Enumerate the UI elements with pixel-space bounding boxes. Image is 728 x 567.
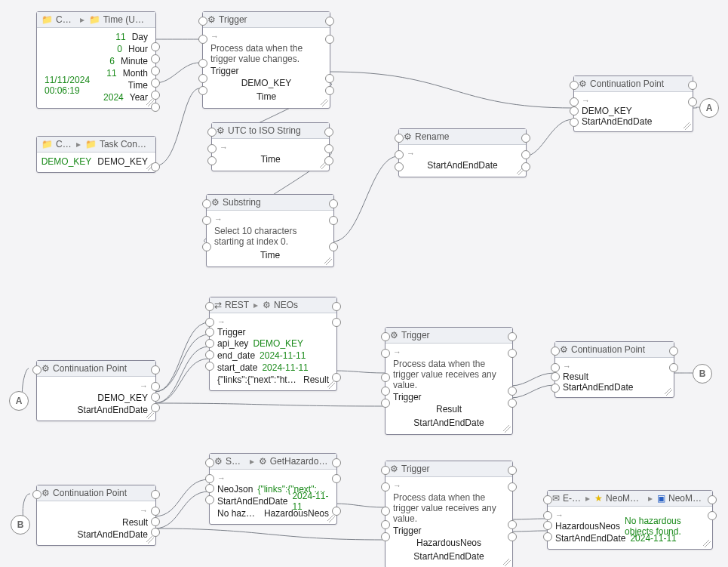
port-in-top[interactable] bbox=[198, 17, 207, 26]
port-out-arrow[interactable] bbox=[324, 144, 333, 153]
node-continuation-point-right-mid[interactable]: Continuation Point → Result StartAndEndD… bbox=[554, 341, 674, 398]
port-out-top[interactable] bbox=[708, 495, 717, 504]
port-out-top[interactable] bbox=[324, 128, 333, 137]
node-header[interactable]: Continuation Point bbox=[555, 342, 674, 358]
port-out-arrow[interactable] bbox=[325, 35, 334, 44]
port-out-saed[interactable] bbox=[521, 162, 530, 171]
port-in-hn[interactable] bbox=[381, 520, 390, 529]
port-in-top[interactable] bbox=[543, 495, 552, 504]
resize-grip[interactable] bbox=[327, 381, 335, 389]
node-header[interactable]: REST ▸ NEOs bbox=[210, 297, 336, 313]
port-in-l1[interactable] bbox=[551, 372, 560, 381]
port-out-top[interactable] bbox=[508, 332, 517, 341]
port-out-demokey[interactable] bbox=[151, 162, 160, 171]
port-out-arrow[interactable] bbox=[332, 318, 341, 327]
node-continuation-point-top[interactable]: Continuation Point → DEMO_KEY StartAndEn… bbox=[573, 75, 693, 132]
port-out-top[interactable] bbox=[332, 302, 341, 311]
port-in-saed[interactable] bbox=[381, 532, 390, 541]
port-out-arrow[interactable] bbox=[688, 97, 697, 106]
port-out-hn[interactable] bbox=[508, 520, 517, 529]
port-in-arrow[interactable] bbox=[381, 482, 390, 492]
port-in-neojson[interactable] bbox=[205, 484, 214, 493]
joiner-a-out[interactable]: A bbox=[699, 98, 719, 118]
port-out-top[interactable] bbox=[325, 17, 334, 26]
port-out-time[interactable] bbox=[324, 156, 333, 165]
node-rename[interactable]: Rename → StartAndEndDate bbox=[398, 128, 527, 177]
port-in-apikey[interactable] bbox=[205, 339, 214, 348]
port-out-top[interactable] bbox=[332, 458, 341, 467]
resize-grip[interactable] bbox=[327, 515, 335, 522]
port-in-trigger[interactable] bbox=[198, 59, 207, 68]
node-substring[interactable]: Substring → Select 10 characters startin… bbox=[206, 194, 334, 267]
port-in-arrow[interactable] bbox=[205, 474, 214, 483]
port-in-top[interactable] bbox=[32, 490, 41, 499]
node-trigger-1[interactable]: Trigger → Process data when the trigger … bbox=[202, 11, 330, 109]
port-out-arrow[interactable] bbox=[508, 349, 517, 358]
port-out-top[interactable] bbox=[151, 365, 160, 374]
port-out-arrow[interactable] bbox=[521, 150, 530, 159]
port-out-day[interactable] bbox=[151, 42, 160, 51]
port-in-top[interactable] bbox=[207, 128, 217, 137]
node-header[interactable]: Trigger bbox=[386, 328, 512, 344]
resize-grip[interactable] bbox=[321, 99, 328, 106]
port-in-arrow[interactable] bbox=[205, 318, 214, 327]
port-in-demokey[interactable] bbox=[198, 74, 207, 83]
port-in-top[interactable] bbox=[205, 302, 214, 311]
port-in-arrow[interactable] bbox=[551, 363, 560, 372]
port-out-result[interactable] bbox=[332, 373, 341, 382]
port-out-top[interactable] bbox=[688, 81, 697, 90]
port-in-top[interactable] bbox=[570, 81, 579, 90]
port-in-trigger[interactable] bbox=[381, 507, 390, 516]
port-out-hazardous[interactable] bbox=[332, 507, 341, 516]
resize-grip[interactable] bbox=[146, 411, 154, 419]
resize-grip[interactable] bbox=[324, 257, 332, 265]
port-out-saed[interactable] bbox=[508, 399, 517, 408]
port-out-result[interactable] bbox=[508, 387, 517, 396]
resize-grip[interactable] bbox=[683, 122, 691, 130]
port-in-trigger[interactable] bbox=[381, 373, 390, 382]
node-header[interactable]: Core ▸ Task Constants bbox=[37, 137, 155, 153]
node-script-gethazardous[interactable]: Script ▸ GetHazardousN... → NeoJson{"lin… bbox=[209, 453, 337, 525]
resize-grip[interactable] bbox=[146, 536, 154, 544]
port-in-top[interactable] bbox=[395, 134, 404, 143]
node-email-neomessage[interactable]: E-Mail ▸ NeoMessage ▸ NeoMessage → Hazar… bbox=[547, 490, 713, 550]
port-out-l1[interactable] bbox=[151, 393, 160, 402]
node-header[interactable]: Core ▸ Time (UTC) bbox=[37, 12, 155, 28]
node-header[interactable]: Continuation Point bbox=[574, 76, 693, 92]
port-out-time[interactable] bbox=[329, 242, 338, 251]
port-out-arrow[interactable] bbox=[708, 511, 717, 520]
resize-grip[interactable] bbox=[503, 425, 511, 433]
port-out-arrow[interactable] bbox=[151, 382, 160, 391]
port-out-saed[interactable] bbox=[508, 532, 517, 541]
node-header[interactable]: E-Mail ▸ NeoMessage ▸ NeoMessage bbox=[548, 491, 712, 507]
port-out-top[interactable] bbox=[669, 347, 678, 356]
port-in-l2[interactable] bbox=[551, 384, 560, 393]
port-in-trigger[interactable] bbox=[205, 328, 214, 337]
node-header[interactable]: Continuation Point bbox=[37, 361, 155, 377]
port-in-top[interactable] bbox=[381, 466, 390, 475]
port-in-l2[interactable] bbox=[570, 118, 579, 127]
resize-grip[interactable] bbox=[665, 388, 672, 396]
node-header[interactable]: Trigger bbox=[386, 461, 512, 477]
joiner-a-in[interactable]: A bbox=[9, 391, 29, 411]
port-out-arrow[interactable] bbox=[508, 482, 517, 492]
port-out-l1[interactable] bbox=[151, 517, 160, 526]
node-header[interactable]: Rename bbox=[399, 129, 526, 145]
port-out-minute[interactable] bbox=[151, 66, 160, 75]
node-trigger-3[interactable]: Trigger → Process data when the trigger … bbox=[385, 461, 513, 567]
port-in-saed[interactable] bbox=[205, 495, 214, 504]
port-in-top[interactable] bbox=[205, 458, 214, 467]
node-rest-neos[interactable]: REST ▸ NEOs → Trigger api_keyDEMO_KEY en… bbox=[209, 297, 337, 391]
port-out-arrow[interactable] bbox=[332, 474, 341, 483]
port-out-top[interactable] bbox=[508, 466, 517, 475]
port-out-time[interactable] bbox=[151, 91, 160, 100]
node-core-time[interactable]: Core ▸ Time (UTC) 11Day 0Hour 6Minute 11… bbox=[36, 11, 156, 109]
resize-grip[interactable] bbox=[703, 540, 711, 547]
port-in-enddate[interactable] bbox=[205, 350, 214, 359]
port-in-saed[interactable] bbox=[395, 162, 404, 171]
port-out-month[interactable] bbox=[151, 79, 160, 88]
port-in-arrow[interactable] bbox=[543, 511, 552, 520]
port-in-hn[interactable] bbox=[543, 521, 552, 530]
joiner-b-out[interactable]: B bbox=[693, 364, 712, 384]
port-out-top[interactable] bbox=[521, 134, 530, 143]
